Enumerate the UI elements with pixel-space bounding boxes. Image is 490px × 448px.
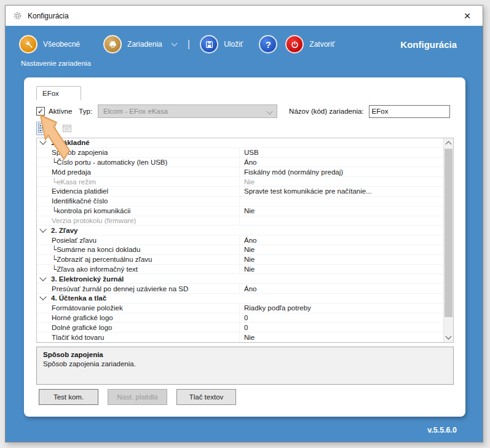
help-button[interactable]: ?: [259, 35, 277, 53]
property-name[interactable]: Posielať zľavu: [37, 235, 240, 245]
property-name[interactable]: Identifikačné číslo: [37, 197, 240, 206]
collapse-chevron-icon[interactable]: [39, 226, 46, 232]
property-value[interactable]: Fiskálny mód (normálny predaj): [240, 167, 443, 176]
property-description-panel: Spôsob zapojenia Spôsob zapojenia zariad…: [36, 347, 454, 385]
device-type-value: Elcom - EFox eKasa: [103, 108, 168, 115]
category-label: 4. Účtenka a tlač: [51, 294, 106, 302]
property-value[interactable]: 0: [240, 313, 443, 323]
annotation-arrow-icon: [38, 111, 73, 165]
property-name[interactable]: └kontrola pri komunikácii: [37, 206, 240, 216]
grid-property-row[interactable]: └kontrola pri komunikáciiNie: [37, 206, 443, 216]
configuration-window: Konfigurácia × Všeobecné Zariadenia: [5, 5, 483, 442]
property-value[interactable]: Nie: [240, 332, 443, 342]
property-value[interactable]: Nie: [240, 245, 443, 254]
property-name[interactable]: Horné grafické logo: [37, 313, 240, 323]
test-communication-button[interactable]: Test kom.: [39, 389, 98, 405]
property-name[interactable]: Tlačiť kód tovaru: [37, 332, 240, 342]
save-button[interactable]: Uložiť: [200, 35, 243, 53]
grid-property-row[interactable]: Spôsob zapojeniaUSB: [37, 148, 443, 158]
collapse-chevron-icon[interactable]: [39, 274, 46, 281]
save-floppy-icon: [200, 35, 218, 53]
category-label: 3. Elektronický žurnál: [51, 275, 124, 283]
property-value[interactable]: Nie: [240, 177, 443, 186]
property-name[interactable]: Evidencia platidiel: [37, 187, 240, 196]
grid-category-row[interactable]: 3. Elektronický žurnál: [37, 274, 443, 284]
settings-panel: EFox ✓ Aktívne Typ: Elcom - EFox eKasa N…: [24, 77, 465, 417]
description-text: Spôsob zapojenia zariadenia.: [43, 360, 447, 367]
scrollbar-thumb[interactable]: [445, 149, 452, 317]
property-grid-rows: 1. ZákladnéSpôsob zapojeniaUSB└Číslo por…: [37, 138, 443, 342]
print-texts-button[interactable]: Tlač textov: [176, 389, 236, 405]
grid-category-row[interactable]: 1. Základné: [37, 138, 443, 148]
toolbar-right-title: Konfigurácia: [400, 39, 457, 50]
property-value[interactable]: [240, 216, 443, 226]
close-config-button[interactable]: Zatvoriť: [285, 35, 334, 53]
property-name[interactable]: Mód predaja: [37, 167, 240, 176]
grid-property-row[interactable]: └Sumárne na konci dokladuNie: [37, 245, 443, 255]
devices-label: Zariadenia: [127, 40, 162, 49]
property-value[interactable]: Nie: [240, 265, 443, 274]
device-name-label: Názov (kód) zariadenia:: [289, 108, 363, 115]
power-icon: [285, 35, 304, 53]
property-name[interactable]: Presúvať žurnál po dennej uzávierke na S…: [37, 284, 240, 293]
chevron-down-icon[interactable]: [171, 41, 177, 47]
grid-property-row[interactable]: Posielať zľavuÁno: [37, 235, 443, 245]
grid-property-row[interactable]: Tlačiť kód tovaruNie: [37, 332, 443, 342]
toolbar-subtitle: Nastavenie zariadenia: [21, 60, 91, 67]
grid-property-row[interactable]: Formátovanie položiekRiadky podľa potreb…: [37, 304, 443, 313]
grid-property-row[interactable]: └Zobraziť aj percentuálnu zľavuNie: [37, 255, 443, 265]
device-name-input[interactable]: [369, 105, 450, 118]
property-value[interactable]: 0: [240, 323, 443, 332]
property-value[interactable]: Spravte test komunikácie pre načítanie..…: [240, 187, 443, 196]
property-value[interactable]: Nie: [240, 206, 443, 216]
scroll-up-icon[interactable]: [444, 138, 453, 148]
property-value[interactable]: Nie: [240, 255, 443, 264]
grid-property-row[interactable]: Horné grafické logo0: [37, 313, 443, 323]
grid-scrollbar[interactable]: [443, 138, 453, 342]
help-icon: ?: [259, 35, 277, 53]
property-name[interactable]: └Zľava ako informačný text: [37, 265, 240, 274]
property-name[interactable]: Formátovanie položiek: [37, 304, 240, 313]
grid-property-row[interactable]: └eKasa režimNie: [37, 177, 443, 187]
grid-property-row[interactable]: └Zľava ako informačný textNie: [37, 265, 443, 275]
tab-efox[interactable]: EFox: [36, 86, 81, 100]
property-name[interactable]: └Zobraziť aj percentuálnu zľavu: [37, 255, 240, 264]
grid-property-row[interactable]: └Číslo portu - automaticky (len USB)Áno: [37, 158, 443, 168]
chevron-down-icon: [267, 109, 273, 115]
grid-property-row[interactable]: Identifikačné číslo: [37, 197, 443, 206]
collapse-chevron-icon[interactable]: [39, 294, 46, 301]
version-label: v.5.5.6.0: [427, 426, 457, 434]
property-value[interactable]: Riadky podľa potreby: [240, 304, 443, 313]
general-label: Všeobecné: [43, 40, 80, 49]
property-name[interactable]: └Sumárne na konci dokladu: [37, 245, 240, 254]
grid-property-row[interactable]: Evidencia platidielSpravte test komuniká…: [37, 187, 443, 197]
property-value[interactable]: Áno: [240, 235, 443, 245]
devices-button[interactable]: Zariadenia: [103, 35, 176, 53]
category-label: 2. Zľavy: [51, 227, 77, 234]
property-grid: 1. ZákladnéSpôsob zapojeniaUSB└Číslo por…: [36, 138, 454, 343]
grid-property-row[interactable]: Dolné grafické logo0: [37, 323, 443, 332]
main-toolbar: Všeobecné Zariadenia |: [6, 26, 483, 62]
property-value[interactable]: Áno: [240, 284, 443, 293]
device-controls-row: ✓ Aktívne Typ: Elcom - EFox eKasa Názov …: [36, 104, 454, 119]
scroll-down-icon[interactable]: [444, 332, 453, 342]
grid-property-row[interactable]: Mód predajaFiskálny mód (normálny predaj…: [37, 167, 443, 177]
grid-property-row[interactable]: Presúvať žurnál po dennej uzávierke na S…: [37, 284, 443, 294]
property-name[interactable]: Verzia protokolu (firmware): [37, 216, 240, 226]
device-type-select[interactable]: Elcom - EFox eKasa: [98, 104, 277, 118]
property-value[interactable]: USB: [240, 148, 443, 157]
general-button[interactable]: Všeobecné: [19, 35, 80, 53]
title-bar: Konfigurácia ×: [6, 6, 483, 26]
property-name[interactable]: Dolné grafické logo: [37, 323, 240, 332]
grid-category-row[interactable]: 4. Účtenka a tlač: [37, 294, 443, 304]
property-name[interactable]: └eKasa režim: [37, 177, 240, 186]
property-value[interactable]: Áno: [240, 158, 443, 167]
window-title: Konfigurácia: [28, 12, 69, 20]
type-label: Typ:: [79, 108, 92, 115]
close-icon[interactable]: ×: [457, 6, 478, 26]
property-value[interactable]: [240, 197, 443, 206]
grid-property-row[interactable]: Verzia protokolu (firmware): [37, 216, 443, 226]
grid-category-row[interactable]: 2. Zľavy: [37, 226, 443, 235]
description-title: Spôsob zapojenia: [43, 351, 447, 358]
payment-settings-button[interactable]: Nast. platidla: [108, 389, 167, 405]
